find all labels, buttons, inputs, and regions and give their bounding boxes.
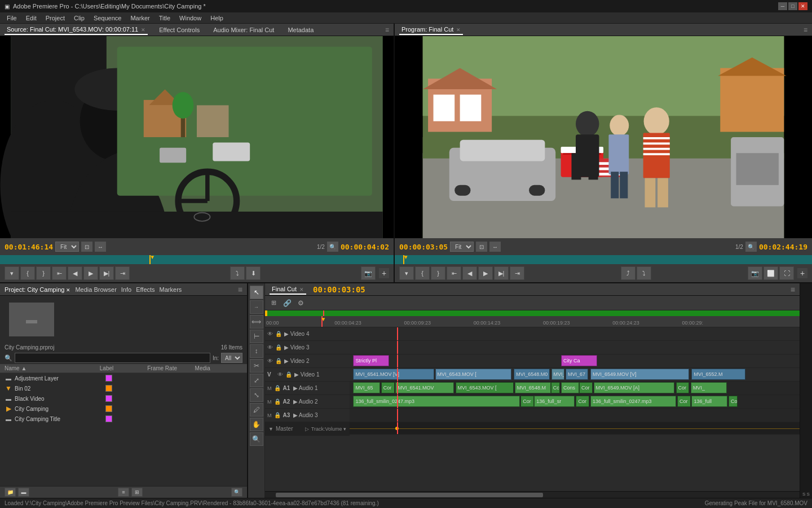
track-mute-a1[interactable]: M xyxy=(267,386,272,391)
search-btn[interactable]: 🔍 xyxy=(231,488,242,497)
source-panel-menu-icon[interactable]: ≡ xyxy=(385,26,389,34)
program-lift-btn[interactable]: ⤴ xyxy=(621,266,636,280)
tab-program[interactable]: Program: Final Cut ✕ xyxy=(399,25,463,35)
project-panel-menu-icon[interactable]: ≡ xyxy=(238,285,242,294)
program-play-btn[interactable]: ▶ xyxy=(478,266,493,280)
program-zoom-btn[interactable]: 🔍 xyxy=(745,242,757,252)
menu-sequence[interactable]: Sequence xyxy=(89,14,126,23)
col-name-header[interactable]: Name ▲ xyxy=(5,365,100,371)
tool-razor-btn[interactable]: ✂ xyxy=(250,359,263,373)
audio-co[interactable]: Co xyxy=(729,396,738,407)
program-add-btn[interactable]: + xyxy=(797,268,807,278)
source-scrubber[interactable]: ▼ xyxy=(0,255,394,264)
project-filter-dropdown[interactable]: All xyxy=(221,353,242,363)
program-add-marker-btn[interactable]: ▾ xyxy=(399,266,414,280)
menu-project[interactable]: Project xyxy=(41,14,69,23)
clip-mvi-short[interactable]: MVI_ xyxy=(551,369,565,380)
list-item[interactable]: ▬ Adjustment Layer xyxy=(0,373,247,383)
audio-136-sr[interactable]: 136_full_sr xyxy=(534,396,575,407)
tab-metadata[interactable]: Metadata xyxy=(285,25,316,34)
program-export-frame-btn[interactable]: 📷 xyxy=(748,266,762,280)
master-expand[interactable]: ▼ xyxy=(268,426,273,432)
track-content-v4[interactable] xyxy=(350,327,800,341)
track-eye-v3[interactable]: 👁 xyxy=(267,344,273,351)
track-lock-v3[interactable]: 🔒 xyxy=(275,344,282,351)
program-mark-in-btn2[interactable]: { xyxy=(415,266,430,280)
source-export-frame-btn[interactable]: 📷 xyxy=(361,266,376,280)
source-overwrite-btn[interactable]: ⬇ xyxy=(246,266,261,280)
col-fr-header[interactable]: Frame Rate xyxy=(147,365,195,371)
audio-cons[interactable]: Cons xyxy=(561,382,579,393)
track-content-a2[interactable]: 136_full_smilin_0247.mp3 Cor 136_full_sr… xyxy=(350,395,800,409)
program-fit-dropdown[interactable]: Fit xyxy=(450,242,474,252)
program-mark-out-btn[interactable]: } xyxy=(431,266,445,280)
audio-136-1[interactable]: 136_full_smilin_0247.mp3 xyxy=(353,396,519,407)
track-content-a1[interactable]: MVI_65 Cor MVI_6541.MOV MVI_6543.MOV [ M… xyxy=(350,382,800,395)
timeline-panel-menu-icon[interactable]: ≡ xyxy=(791,285,795,294)
audio-cor6[interactable]: Cor xyxy=(677,396,691,407)
source-step-fwd-btn[interactable]: ▶| xyxy=(99,266,114,280)
track-mute-a2[interactable]: M xyxy=(267,399,272,405)
track-content-v3[interactable] xyxy=(350,341,800,354)
list-item[interactable]: ▬ City Camping Title xyxy=(0,414,247,424)
close-button[interactable]: ✕ xyxy=(798,2,807,10)
timeline-scrollbar[interactable] xyxy=(265,491,800,498)
tab-audio-mixer[interactable]: Audio Mixer: Final Cut xyxy=(211,25,276,34)
audio-mvi-end[interactable]: MVI_ xyxy=(691,382,727,393)
audio-cor4[interactable]: Cor xyxy=(520,396,534,407)
project-search-input[interactable] xyxy=(15,353,210,363)
program-scrubber[interactable]: ▼ xyxy=(395,255,812,264)
work-area-bar[interactable] xyxy=(265,310,800,316)
audio-cor1[interactable]: Cor xyxy=(381,382,395,393)
list-item[interactable]: ▶ City Camping xyxy=(0,404,247,414)
source-fit-dropdown[interactable]: Fit xyxy=(55,242,79,252)
col-media-header[interactable]: Media xyxy=(195,365,242,371)
source-insert-btn[interactable]: ⤵ xyxy=(230,266,245,280)
clip-city-ca[interactable]: City Ca xyxy=(561,355,597,366)
tab-effect-controls[interactable]: Effect Controls xyxy=(157,25,202,34)
minimize-button[interactable]: ─ xyxy=(778,2,787,10)
source-goto-in-btn[interactable]: ⇤ xyxy=(52,266,67,280)
clip-mvi6543[interactable]: MVI_6543.MOV [ xyxy=(435,369,512,380)
audio-136-2[interactable]: 136_full_smilin_0247.mp3 xyxy=(590,396,676,407)
audio-mvi6548[interactable]: MVI_6548.M xyxy=(515,382,551,393)
menu-help[interactable]: Help xyxy=(206,14,228,23)
tool-rolling-edit-btn[interactable]: ⊢ xyxy=(250,330,263,343)
source-mark-in-btn2[interactable]: { xyxy=(20,266,35,280)
program-extract-btn2[interactable]: ⤵ xyxy=(637,266,651,280)
new-item-btn[interactable]: ▬ xyxy=(18,488,29,497)
source-extract-btn[interactable]: ↔ xyxy=(95,242,106,252)
maximize-button[interactable]: □ xyxy=(788,2,797,10)
audio-mvi6549[interactable]: MVI_6549.MOV [A] xyxy=(594,382,675,393)
menu-file[interactable]: File xyxy=(2,14,21,23)
new-bin-btn[interactable]: 📁 xyxy=(5,488,16,497)
clip-mvi67[interactable]: MVI_67 xyxy=(566,369,588,380)
timeline-scroll-thumb[interactable] xyxy=(276,493,543,497)
col-label-header[interactable]: Label xyxy=(100,365,147,371)
audio-cor5[interactable]: Cor xyxy=(576,396,589,407)
clip-mvi6549[interactable]: MVI_6549.MOV [V] xyxy=(590,369,690,380)
timeline-snap-btn[interactable]: ⊞ xyxy=(267,297,280,309)
tool-ripple-edit-btn[interactable]: ⟺ xyxy=(250,315,263,329)
menu-marker[interactable]: Marker xyxy=(126,14,154,23)
audio-mvi6541[interactable]: MVI_6541.MOV xyxy=(395,382,454,393)
menu-title[interactable]: Title xyxy=(155,14,175,23)
audio-cor3[interactable]: Cor xyxy=(676,382,690,393)
track-lock-v1[interactable]: 🔒 xyxy=(285,371,292,378)
source-mark-out-btn[interactable]: } xyxy=(36,266,51,280)
tool-slip-btn[interactable]: ⤢ xyxy=(250,374,263,387)
tool-select-btn[interactable]: ↖ xyxy=(250,286,263,299)
track-lock-v2[interactable]: 🔒 xyxy=(275,358,282,364)
track-content-master[interactable] xyxy=(350,422,800,435)
clip-strictly-pl[interactable]: Strictly Pl xyxy=(353,355,389,366)
audio-mvi6543[interactable]: MVI_6543.MOV [ xyxy=(456,382,514,393)
source-add-btn[interactable]: + xyxy=(379,268,389,278)
track-eye-v4[interactable]: 👁 xyxy=(267,331,273,337)
program-goto-in-btn[interactable]: ⇤ xyxy=(447,266,461,280)
source-play-btn[interactable]: ▶ xyxy=(83,266,98,280)
icon-view-btn[interactable]: ⊞ xyxy=(131,488,143,497)
tool-pen-btn[interactable]: 🖊 xyxy=(250,403,263,417)
program-step-fwd-btn[interactable]: ▶| xyxy=(494,266,509,280)
source-goto-out-btn[interactable]: ⇥ xyxy=(115,266,130,280)
tab-final-cut[interactable]: Final Cut ✕ xyxy=(270,284,306,295)
